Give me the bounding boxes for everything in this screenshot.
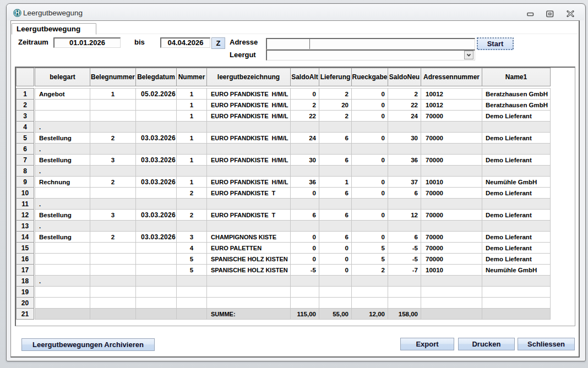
svg-text:H: H bbox=[15, 10, 19, 16]
